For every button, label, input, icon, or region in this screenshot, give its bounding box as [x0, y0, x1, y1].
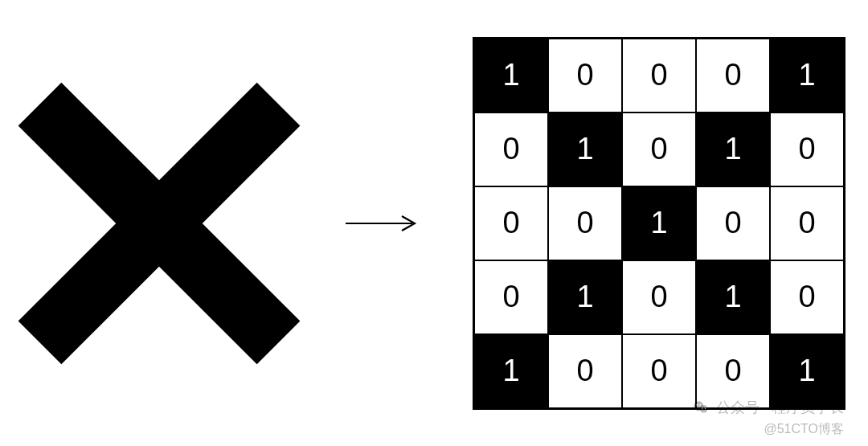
- grid-cell: 0: [770, 260, 844, 334]
- watermark-line1: 公众号 · 程序员学长: [692, 398, 844, 417]
- binary-grid: 1 0 0 0 1 0 1 0 1 0 0 0 1 0 0 0 1 0 1 0 …: [473, 37, 845, 410]
- grid-cell: 0: [474, 186, 548, 260]
- grid-cell: 1: [770, 39, 844, 113]
- svg-point-5: [702, 407, 702, 408]
- grid-cell: 0: [548, 186, 622, 260]
- grid-cell: 1: [474, 334, 548, 408]
- watermark-text-1: 公众号 · 程序员学长: [716, 398, 844, 417]
- grid-cell: 0: [770, 113, 844, 186]
- grid-cell: 1: [622, 186, 696, 260]
- grid-cell: 0: [770, 186, 844, 260]
- grid-cell: 1: [548, 113, 622, 186]
- grid-cell: 0: [696, 39, 770, 113]
- diagram-container: 1 0 0 0 1 0 1 0 1 0 0 0 1 0 0 0 1 0 1 0 …: [0, 0, 868, 446]
- grid-cell: 0: [622, 260, 696, 334]
- watermark-text-2: @51CTO博客: [764, 421, 844, 438]
- arrow-icon: [344, 211, 424, 235]
- grid-cell: 0: [548, 334, 622, 408]
- grid-cell: 1: [770, 334, 844, 408]
- grid-cell: 0: [474, 260, 548, 334]
- svg-point-4: [699, 404, 701, 406]
- grid-cell: 1: [474, 39, 548, 113]
- grid-cell: 0: [696, 186, 770, 260]
- watermark-line2: @51CTO博客: [764, 421, 844, 438]
- grid-cell: 0: [622, 334, 696, 408]
- grid-cell: 0: [548, 39, 622, 113]
- grid-cell: 1: [696, 260, 770, 334]
- grid-cell: 1: [696, 113, 770, 186]
- grid-cell: 0: [622, 39, 696, 113]
- svg-point-3: [696, 404, 698, 406]
- grid-cell: 1: [548, 260, 622, 334]
- svg-point-6: [705, 407, 706, 408]
- x-symbol: [23, 87, 296, 360]
- grid-cell: 0: [622, 113, 696, 186]
- grid-cell: 0: [474, 113, 548, 186]
- wechat-icon: [692, 399, 710, 416]
- svg-point-2: [700, 405, 708, 413]
- grid-cell: 0: [696, 334, 770, 408]
